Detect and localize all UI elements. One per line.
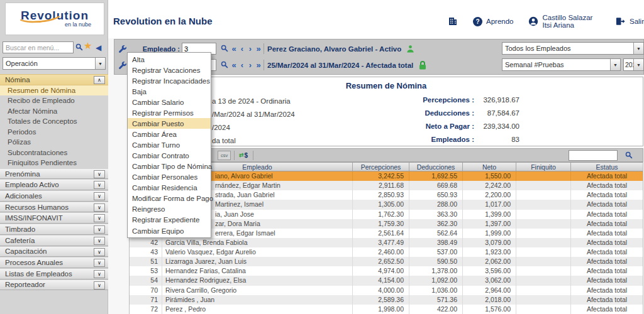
sidebar-item[interactable]: Resumen de Nómina xyxy=(0,85,108,96)
context-menu-item[interactable]: Cambiar Equipo xyxy=(128,225,211,236)
sidebar-item[interactable]: Finiquitos Pendientes xyxy=(0,158,108,168)
grid-column-header[interactable]: Estatus xyxy=(571,163,643,171)
sidebar-section[interactable]: Reporteador∨ xyxy=(0,279,108,291)
summary-totals: Percepciones :326,918.67Deducciones :87,… xyxy=(318,96,526,149)
sidebar-item[interactable]: Afectar Nómina xyxy=(0,106,108,117)
row-finiquito xyxy=(516,190,571,200)
nav-next-icon[interactable]: › xyxy=(247,43,254,55)
chevron-down-icon[interactable]: ∨ xyxy=(94,181,105,189)
logout-menu[interactable]: Salir xyxy=(616,17,644,26)
favorites-star-icon[interactable]: ★ xyxy=(84,41,92,50)
employee-search-icon[interactable] xyxy=(221,45,228,52)
nav-prev-icon[interactable]: ‹ xyxy=(238,59,246,71)
chevron-down-icon[interactable]: ∨ xyxy=(94,248,105,256)
nav-last-icon[interactable]: » xyxy=(255,43,262,55)
row-neto: 2,200.00 xyxy=(463,190,516,200)
sidebar-section[interactable]: Prenómina∨ xyxy=(0,168,108,180)
sidebar-section[interactable]: Timbrado∨ xyxy=(0,224,108,235)
grid-search-input[interactable] xyxy=(569,150,618,161)
year-select[interactable]: 2024 ▼ xyxy=(623,58,644,71)
sidebar-item[interactable]: Recibo de Empleado xyxy=(0,95,108,106)
sidebar-section-nomina[interactable]: Nómina ∧ xyxy=(0,74,108,85)
context-menu-item[interactable]: Reingreso xyxy=(128,204,211,215)
dropdown-arrow-icon[interactable]: ▼ xyxy=(610,59,620,70)
context-menu-item[interactable]: Modificar Forma de Pago xyxy=(128,193,211,204)
chevron-down-icon[interactable]: ∨ xyxy=(94,237,105,245)
sidebar-section[interactable]: Listas de Empleados∨ xyxy=(0,268,108,279)
sidebar-section[interactable]: IMSS/INFONAVIT∨ xyxy=(0,212,108,224)
context-menu-item[interactable]: Cambiar Turno xyxy=(128,140,211,151)
grid-column-header[interactable]: Deducciones xyxy=(409,163,463,171)
nav-first-icon[interactable]: « xyxy=(230,43,238,55)
row-percepciones: 2,911.68 xyxy=(353,181,409,190)
sidebar-section[interactable]: Capacitación∨ xyxy=(0,246,108,257)
dropdown-arrow-icon[interactable]: ▼ xyxy=(633,43,643,54)
sidebar-section[interactable]: Cafetería∨ xyxy=(0,235,108,246)
sidebar-item[interactable]: Subcontrataciones xyxy=(0,148,108,158)
nav-next-icon[interactable]: › xyxy=(247,59,254,71)
grid-column-header[interactable]: Neto xyxy=(463,163,516,171)
sidebar-section[interactable]: Adicionales∨ xyxy=(0,190,108,202)
employees-filter-select[interactable]: Todos los Empleados ▼ xyxy=(502,42,644,55)
context-menu-item[interactable]: Registrar Incapacidades xyxy=(128,75,211,86)
row-neto: 3,596.00 xyxy=(463,266,516,276)
sidebar-item[interactable]: Pólizas xyxy=(0,137,108,148)
chevron-down-icon[interactable]: ∨ xyxy=(94,203,105,212)
csv-export-icon[interactable]: csv xyxy=(218,151,231,160)
table-row[interactable]: 54Hernandez Rodriguez, Elsa4,154.001,092… xyxy=(130,276,643,285)
sidebar-section[interactable]: Empleado Activo∨ xyxy=(0,179,108,190)
chevron-down-icon[interactable]: ∨ xyxy=(94,259,105,267)
context-menu-item[interactable]: Cambiar Residencia xyxy=(128,183,211,193)
context-menu-item[interactable]: Baja xyxy=(128,86,211,97)
context-menu-item[interactable]: Registrar Expediente xyxy=(128,215,211,225)
table-row[interactable]: 71Pirámides , Juan2,589.36571.362,018.00… xyxy=(130,295,643,305)
context-menu-item[interactable]: Cambiar Personales xyxy=(128,172,211,183)
table-row[interactable]: 53Hernandez Farias, Catalina4,974.001,37… xyxy=(130,266,643,276)
wrench-icon[interactable] xyxy=(118,61,127,70)
chevron-down-icon[interactable]: ∨ xyxy=(94,281,105,290)
chevron-down-icon[interactable]: ∨ xyxy=(94,270,105,278)
context-menu-item[interactable]: Cambiar Tipo de Nómina xyxy=(128,161,211,172)
chevron-down-icon[interactable]: ∨ xyxy=(94,225,105,234)
sidebar-item[interactable]: Totales de Conceptos xyxy=(0,116,108,127)
period-search-icon[interactable] xyxy=(221,61,228,68)
chevron-up-icon[interactable]: ∧ xyxy=(94,76,105,84)
chevron-down-icon[interactable]: ∨ xyxy=(94,192,105,200)
chevron-down-icon[interactable]: ∨ xyxy=(94,214,105,222)
nav-first-icon[interactable]: « xyxy=(230,59,238,71)
user-menu[interactable]: Castillo Salazar Itsi Ariana xyxy=(528,14,601,29)
sidebar-section[interactable]: Procesos Anuales∨ xyxy=(0,257,108,268)
table-row[interactable]: 43Valerio Vasquez, Edgar Aurelio2,460.00… xyxy=(130,247,643,257)
table-row[interactable]: 70Rivera Carrillo, Gregorio4,000.001,036… xyxy=(130,286,643,295)
context-menu-item[interactable]: Registrar Permisos xyxy=(128,107,211,118)
company-building-icon[interactable] xyxy=(448,16,458,26)
context-menu-item[interactable]: Cambiar Contrato xyxy=(128,151,211,161)
employee-name: Lizarraga Juarez, Juan Luis xyxy=(162,257,353,266)
module-select[interactable]: Operación ▼ xyxy=(3,57,106,70)
grid-column-header[interactable]: Finiquito xyxy=(516,163,571,171)
chevron-down-icon[interactable]: ∨ xyxy=(94,170,105,178)
context-menu-item[interactable]: Alta xyxy=(128,54,211,65)
search-input[interactable] xyxy=(3,41,74,53)
grid-column-header[interactable]: Percepciones xyxy=(353,163,409,171)
table-row[interactable]: 72Perez , Pedro1,998.00422.001,576.00Afe… xyxy=(130,305,643,314)
dropdown-arrow-icon[interactable]: ▼ xyxy=(633,59,643,70)
payroll-type-select[interactable]: Semanal #Pruebas ▼ xyxy=(502,58,621,71)
search-icon[interactable] xyxy=(75,43,83,51)
learn-menu[interactable]: ? Aprendo xyxy=(473,17,513,26)
sidebar-item[interactable]: Periodos xyxy=(0,127,108,138)
dropdown-arrow-icon[interactable]: ▼ xyxy=(95,58,105,69)
table-row[interactable]: 42Garcia Villa, Brenda Fabiola3,477.4939… xyxy=(130,238,643,247)
context-menu-item[interactable]: Registrar Vacaciones xyxy=(128,65,211,75)
context-menu-item[interactable]: Cambiar Área xyxy=(128,129,211,139)
grid-search-icon[interactable] xyxy=(625,151,633,159)
sidebar-section[interactable]: Recursos Humanos∨ xyxy=(0,202,108,213)
nav-last-icon[interactable]: » xyxy=(255,59,262,71)
context-menu-item[interactable]: Cambiar Salario xyxy=(128,97,211,107)
table-row[interactable]: 51Lizarraga Juarez, Juan Luis2,652.50590… xyxy=(130,257,643,266)
wrench-icon[interactable] xyxy=(118,45,127,53)
context-menu-item[interactable]: Cambiar Puesto xyxy=(128,118,211,129)
currency-sync-icon[interactable]: ⇄$ xyxy=(238,150,249,160)
back-arrow-icon[interactable]: ◀ xyxy=(96,43,101,52)
nav-prev-icon[interactable]: ‹ xyxy=(238,43,246,55)
